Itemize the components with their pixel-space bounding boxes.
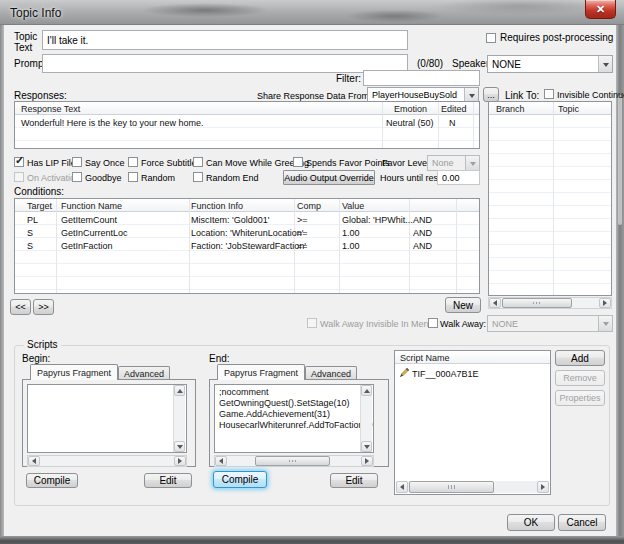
prompt-input[interactable]: [42, 54, 408, 73]
end-compile-button[interactable]: Compile: [213, 471, 267, 488]
random-end-label: Random End: [206, 173, 259, 183]
scroll-right-icon[interactable]: [174, 456, 186, 466]
begin-code-hscrollbar[interactable]: [27, 455, 187, 467]
scroll-right-icon[interactable]: [361, 456, 373, 466]
script-list-header[interactable]: Script Name: [395, 351, 550, 364]
chevron-down-icon[interactable]: [598, 56, 612, 72]
scroll-right-icon[interactable]: [537, 481, 549, 493]
random-checkbox[interactable]: [128, 172, 138, 182]
chevron-down-icon: [465, 156, 479, 170]
char-count: (0/80): [417, 58, 443, 69]
new-condition-button[interactable]: New: [445, 297, 481, 313]
on-activation-checkbox: [14, 172, 24, 182]
begin-tab-papyrus[interactable]: Papyrus Fragment: [30, 364, 118, 380]
end-code-editor[interactable]: ;nocomment GetOwningQuest().SetStage(10)…: [214, 384, 374, 453]
end-tab-advanced[interactable]: Advanced: [305, 366, 357, 380]
force-subtitle-checkbox[interactable]: [128, 157, 138, 167]
filter-label: Filter:: [336, 73, 361, 84]
scroll-down-icon[interactable]: [174, 441, 185, 452]
scrollbar-thumb[interactable]: [409, 481, 494, 493]
end-code-hscrollbar[interactable]: [214, 455, 374, 467]
scroll-right-icon[interactable]: [599, 298, 611, 308]
begin-tab-advanced[interactable]: Advanced: [118, 366, 170, 380]
scroll-up-icon[interactable]: [361, 385, 372, 396]
link-to-label: Link To:: [505, 90, 539, 101]
remove-script-button: Remove: [555, 370, 605, 386]
cancel-button[interactable]: Cancel: [558, 514, 606, 531]
requires-post-processing-label: Requires post-processing: [500, 32, 613, 43]
scrollbar-thumb[interactable]: [255, 456, 330, 466]
window-border-right: [616, 25, 624, 536]
filter-input[interactable]: [363, 70, 480, 86]
close-button[interactable]: ✕: [585, 0, 616, 19]
begin-code-editor[interactable]: [27, 384, 187, 453]
has-lip-file-checkbox[interactable]: [14, 157, 24, 167]
script-list-hscrollbar[interactable]: [396, 481, 549, 493]
scroll-left-icon[interactable]: [489, 298, 501, 308]
link-to-table-header[interactable]: Branch Topic: [489, 102, 611, 115]
scrollbar-thumb[interactable]: [502, 298, 572, 308]
responses-table[interactable]: Response Text Emotion Edited Wonderful! …: [14, 101, 480, 149]
begin-edit-button[interactable]: Edit: [144, 473, 192, 488]
window-border-bottom: [0, 536, 624, 544]
titlebar[interactable]: Topic Info ✕: [0, 0, 624, 25]
ok-button[interactable]: OK: [507, 514, 555, 531]
spends-favor-points-checkbox[interactable]: [293, 157, 303, 167]
spends-favor-points-label: Spends Favor Points: [306, 158, 390, 168]
window-border-left: [0, 25, 4, 536]
responses-label: Responses:: [14, 90, 67, 101]
scripts-group-label: Scripts: [24, 339, 61, 350]
scroll-left-icon[interactable]: [28, 456, 40, 466]
conditions-label: Conditions:: [14, 186, 64, 197]
begin-compile-button[interactable]: Compile: [26, 473, 78, 488]
force-subtitle-label: Force Subtitle: [141, 158, 197, 168]
script-icon: [399, 368, 409, 378]
script-list[interactable]: Script Name TIF__000A7B1E: [394, 350, 551, 495]
responses-table-header[interactable]: Response Text Emotion Edited: [15, 102, 479, 115]
favor-level-label: Favor Level:: [382, 158, 432, 168]
condition-move-down-button[interactable]: >>: [33, 299, 54, 315]
walk-away-label: Walk Away:: [440, 319, 486, 329]
goodbye-checkbox[interactable]: [72, 172, 82, 182]
add-script-button[interactable]: Add: [555, 350, 605, 366]
can-move-while-greeting-checkbox[interactable]: [193, 157, 203, 167]
random-label: Random: [141, 173, 175, 183]
goodbye-label: Goodbye: [85, 173, 122, 183]
chevron-down-icon[interactable]: [464, 88, 478, 102]
audio-output-override-button[interactable]: Audio Output Override: [283, 170, 375, 185]
random-end-checkbox[interactable]: [193, 172, 203, 182]
walk-away-checkbox[interactable]: [428, 318, 438, 328]
conditions-table[interactable]: Target Function Name Function Info Comp …: [14, 198, 480, 294]
walk-away-dropdown: NONE: [487, 315, 613, 332]
invisible-continue-checkbox[interactable]: [544, 89, 554, 99]
has-lip-file-label: Has LIP File: [27, 158, 76, 168]
link-to-rows-area: [489, 115, 611, 295]
invisible-continue-label: Invisible Continue: [557, 90, 624, 100]
say-once-label: Say Once: [85, 158, 125, 168]
condition-move-up-button[interactable]: <<: [10, 299, 31, 315]
end-tab-papyrus[interactable]: Papyrus Fragment: [217, 364, 305, 380]
walk-away-invisible-label: Walk Away Invisible In Menu: [320, 319, 434, 329]
say-once-checkbox[interactable]: [72, 157, 82, 167]
link-to-table[interactable]: Branch Topic: [488, 101, 612, 296]
topic-info-window: Topic Info ✕ Topic Text Requires post-pr…: [0, 0, 624, 544]
properties-script-button: Properties: [555, 390, 605, 406]
favor-level-dropdown: None: [427, 155, 480, 171]
begin-label: Begin:: [22, 353, 50, 364]
window-title: Topic Info: [10, 6, 61, 20]
end-label: End:: [209, 353, 230, 364]
browse-share-button[interactable]: ...: [483, 87, 499, 102]
scroll-down-icon[interactable]: [361, 441, 372, 452]
scroll-up-icon[interactable]: [174, 385, 185, 396]
topic-text-input[interactable]: [42, 30, 408, 50]
end-edit-button[interactable]: Edit: [330, 473, 378, 488]
hours-until-reset-input[interactable]: [437, 170, 480, 185]
requires-post-processing-checkbox[interactable]: [486, 33, 496, 43]
speaker-dropdown[interactable]: NONE: [487, 55, 613, 73]
begin-code-vscrollbar[interactable]: [173, 385, 185, 452]
link-to-hscrollbar[interactable]: [488, 297, 612, 309]
chevron-down-icon: [598, 316, 612, 331]
scroll-left-icon[interactable]: [215, 456, 227, 466]
scroll-left-icon[interactable]: [396, 481, 408, 493]
end-code-vscrollbar[interactable]: [360, 385, 372, 452]
